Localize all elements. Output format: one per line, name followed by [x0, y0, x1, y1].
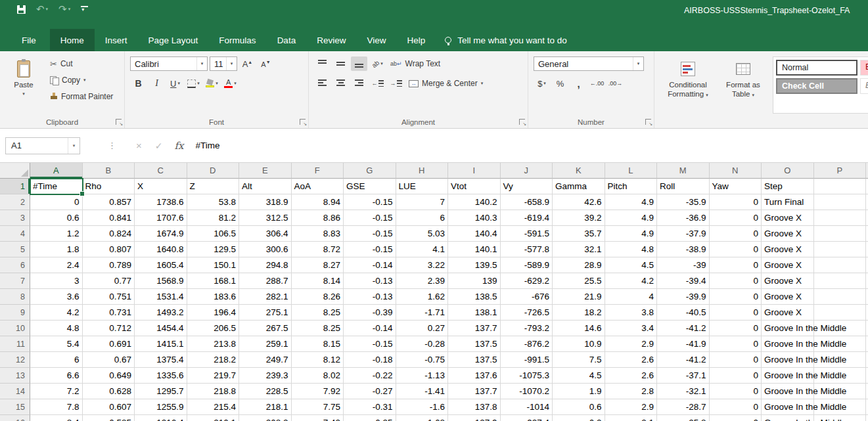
cell-J2[interactable]: -658.9	[501, 194, 553, 210]
cell-A5[interactable]: 1.8	[30, 242, 83, 257]
cell-K8[interactable]: 21.9	[553, 289, 605, 305]
cell-N13[interactable]: 0	[710, 368, 762, 384]
cell-I1[interactable]: Vtot	[448, 179, 501, 194]
cell-F5[interactable]: 8.72	[292, 242, 344, 257]
cell-style-normal[interactable]: Normal	[776, 60, 857, 76]
cell-F2[interactable]: 8.94	[292, 194, 344, 210]
tab-file[interactable]: File	[8, 29, 50, 51]
cell-O14[interactable]: Groove In the Middle	[762, 384, 814, 399]
row-header-12[interactable]: 12	[0, 352, 30, 368]
select-all-corner[interactable]	[0, 163, 30, 179]
cell-O2[interactable]: Turn Final	[762, 194, 814, 210]
cell-C6[interactable]: 1605.4	[135, 257, 187, 273]
tab-home[interactable]: Home	[50, 29, 95, 51]
middle-align-button[interactable]	[332, 56, 349, 71]
cell-G8[interactable]: -0.13	[344, 289, 396, 305]
cell-style-bad[interactable]: Bad	[860, 60, 868, 76]
cell-N7[interactable]: 0	[710, 273, 762, 289]
cell-D6[interactable]: 150.1	[187, 257, 240, 273]
cell-E8[interactable]: 282.1	[239, 289, 292, 305]
cell-B6[interactable]: 0.789	[83, 257, 135, 273]
top-align-button[interactable]	[314, 56, 331, 71]
cell-N5[interactable]: 0	[710, 242, 762, 257]
cell-B14[interactable]: 0.628	[83, 384, 135, 399]
cell-B4[interactable]: 0.824	[83, 226, 135, 242]
paste-button[interactable]: Paste ▾	[5, 55, 42, 104]
cell-I14[interactable]: 137.7	[448, 384, 501, 399]
cell-F10[interactable]: 8.25	[292, 321, 344, 336]
cell-B16[interactable]: 0.585	[83, 415, 135, 421]
cell-C14[interactable]: 1295.7	[135, 384, 187, 399]
tab-formulas[interactable]: Formulas	[208, 29, 266, 51]
paste-dropdown-icon[interactable]: ▾	[22, 89, 25, 99]
cell-L6[interactable]: 4.5	[605, 257, 658, 273]
cell-I5[interactable]: 140.1	[448, 242, 501, 257]
decrease-font-size-button[interactable]: A▼	[258, 56, 274, 71]
cell-H2[interactable]: 7	[396, 194, 449, 210]
cell-F7[interactable]: 8.14	[292, 273, 344, 289]
cell-H16[interactable]: -1.68	[396, 415, 449, 421]
confirm-entry-icon[interactable]: ✓	[155, 141, 163, 151]
column-header-K[interactable]: K	[553, 163, 605, 179]
tab-review[interactable]: Review	[306, 29, 356, 51]
cell-E7[interactable]: 288.7	[239, 273, 292, 289]
number-dialog-launcher-icon[interactable]	[645, 119, 651, 125]
cell-G6[interactable]: -0.14	[344, 257, 396, 273]
cell-D14[interactable]: 218.8	[187, 384, 240, 399]
cell-O1[interactable]: Step	[762, 179, 814, 194]
cell-M7[interactable]: -39.4	[657, 273, 710, 289]
cell-C11[interactable]: 1415.1	[135, 336, 187, 352]
fill-color-dropdown-icon[interactable]: ▾	[216, 81, 218, 86]
cell-L12[interactable]: 2.6	[605, 352, 658, 368]
cell-M13[interactable]: -37.1	[657, 368, 710, 384]
font-name-combobox[interactable]: Calibri ▾	[130, 56, 208, 71]
font-color-button[interactable]: A ▾	[222, 76, 239, 91]
cell-C7[interactable]: 1568.9	[135, 273, 187, 289]
insert-function-icon[interactable]: fx	[175, 140, 184, 152]
merge-center-dropdown-icon[interactable]: ▾	[481, 81, 484, 86]
cell-N9[interactable]: 0	[710, 305, 762, 321]
tab-help[interactable]: Help	[396, 29, 436, 51]
cell-K4[interactable]: 35.7	[553, 226, 605, 242]
cell-E12[interactable]: 249.7	[239, 352, 292, 368]
cell-M11[interactable]: -41.9	[657, 336, 710, 352]
accounting-dropdown-icon[interactable]: ▾	[543, 81, 546, 86]
cell-G12[interactable]: -0.18	[344, 352, 396, 368]
tab-page-layout[interactable]: Page Layout	[138, 29, 209, 51]
cell-M15[interactable]: -28.7	[657, 399, 710, 415]
cell-O6[interactable]: Groove X	[762, 257, 814, 273]
column-header-J[interactable]: J	[501, 163, 553, 179]
cell-style-explanatory[interactable]: Explanatory	[860, 78, 868, 94]
row-header-11[interactable]: 11	[0, 336, 30, 352]
cell-D9[interactable]: 196.4	[187, 305, 240, 321]
format-as-table-button[interactable]: Format as Table ▾	[716, 55, 770, 127]
cell-K16[interactable]: -0.2	[553, 415, 605, 421]
cell-J5[interactable]: -577.8	[501, 242, 553, 257]
cell-K13[interactable]: 4.5	[553, 368, 605, 384]
cell-C1[interactable]: X	[135, 179, 187, 194]
cell-J6[interactable]: -589.9	[501, 257, 553, 273]
cell-M1[interactable]: Roll	[657, 179, 710, 194]
cell-D2[interactable]: 53.8	[187, 194, 240, 210]
cell-J1[interactable]: Vy	[501, 179, 553, 194]
cell-M2[interactable]: -35.9	[657, 194, 710, 210]
cell-G9[interactable]: -0.39	[344, 305, 396, 321]
cell-K3[interactable]: 39.2	[553, 210, 605, 226]
cell-N14[interactable]: 0	[710, 384, 762, 399]
cell-A2[interactable]: 0	[30, 194, 83, 210]
cell-B9[interactable]: 0.731	[83, 305, 135, 321]
cell-J14[interactable]: -1070.2	[501, 384, 553, 399]
cell-I10[interactable]: 137.7	[448, 321, 501, 336]
formula-bar-handle[interactable]: ⋮	[108, 141, 116, 150]
cell-J13[interactable]: -1075.3	[501, 368, 553, 384]
cell-style-check-cell[interactable]: Check Cell	[776, 78, 857, 94]
column-header-P[interactable]: P	[814, 163, 867, 179]
row-header-10[interactable]: 10	[0, 321, 30, 336]
cell-A10[interactable]: 4.8	[30, 321, 83, 336]
cell-L7[interactable]: 4.2	[605, 273, 658, 289]
cell-J15[interactable]: -1014	[501, 399, 553, 415]
cell-M4[interactable]: -37.9	[657, 226, 710, 242]
cell-D16[interactable]: 210.1	[187, 415, 240, 421]
cell-N10[interactable]: 0	[710, 321, 762, 336]
cell-L11[interactable]: 2.9	[605, 336, 658, 352]
